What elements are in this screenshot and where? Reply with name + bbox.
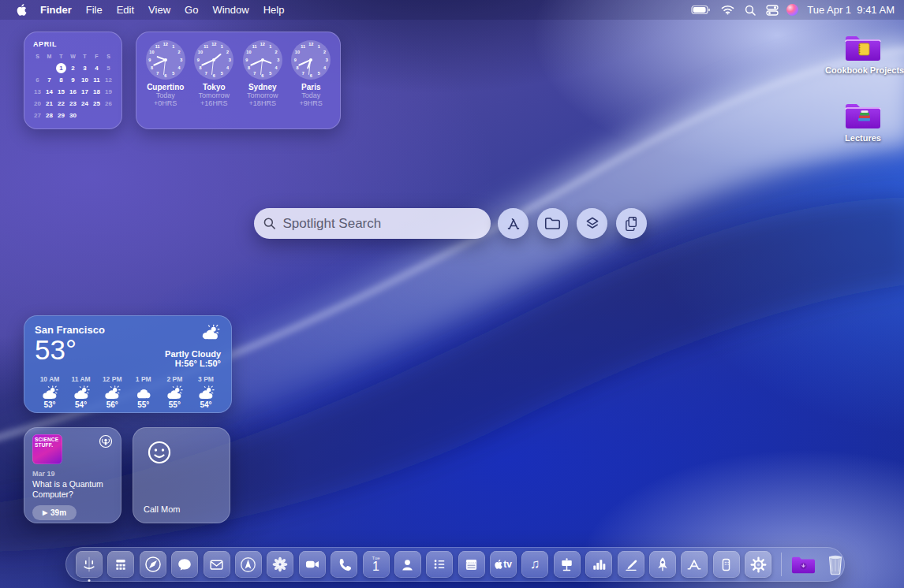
forecast-hour: 12 PM 56° xyxy=(97,375,127,409)
dock-reminders[interactable] xyxy=(426,551,453,578)
dock-notes[interactable] xyxy=(458,551,485,578)
control-center-icon[interactable] xyxy=(764,5,781,16)
calendar-day: 24 xyxy=(79,98,91,109)
dock-numbers[interactable] xyxy=(585,551,612,578)
clock-face-number: 5 xyxy=(318,71,320,76)
reminder-widget[interactable]: Call Mom xyxy=(133,427,230,523)
search-icon[interactable] xyxy=(742,5,758,16)
battery-icon[interactable] xyxy=(689,5,713,15)
spotlight-clipboard-button[interactable] xyxy=(616,208,647,239)
clock-face-number: 11 xyxy=(155,44,160,49)
menu-item-go[interactable]: Go xyxy=(177,4,205,16)
calendar-day: 19 xyxy=(103,86,114,97)
dock-mail[interactable] xyxy=(204,551,230,578)
calendar-weekday-header: T xyxy=(79,50,91,61)
calendar-weekday-header: F xyxy=(91,50,103,61)
menu-item-file[interactable]: File xyxy=(79,4,110,16)
dock-maps[interactable] xyxy=(235,551,262,578)
dock-app-store[interactable] xyxy=(681,551,708,578)
hourly-forecast: 10 AM 53° 11 AM 54° 12 PM 56° 1 PM 55° 2… xyxy=(35,375,221,409)
calendar-day: 22 xyxy=(55,98,67,109)
applications-icon xyxy=(506,216,521,232)
menu-item-view[interactable]: View xyxy=(141,4,177,16)
spotlight-files-button[interactable] xyxy=(537,208,568,239)
menu-bar: Finder File Edit View Go Window Help xyxy=(0,0,904,20)
podcast-widget[interactable]: SCIENCE STUFF. Mar 19 What is a Quantum … xyxy=(24,427,121,523)
dock-keynote[interactable] xyxy=(554,551,581,578)
dock-iphone-mirroring[interactable] xyxy=(713,551,740,578)
menu-item-window[interactable]: Window xyxy=(205,4,256,16)
calendar-day: 9 xyxy=(67,74,79,85)
dock-phone[interactable] xyxy=(331,551,357,578)
pen-icon xyxy=(622,555,641,574)
forecast-hour: 2 PM 55° xyxy=(159,375,189,409)
calendar-day: 25 xyxy=(91,98,103,109)
calendar-day: 13 xyxy=(32,86,43,97)
dock-system-settings[interactable] xyxy=(745,551,771,578)
world-clock-widget[interactable]: 121234567891011 Cupertino Today +0HRS 12… xyxy=(136,32,341,129)
desktop-folder-cookbook-projects[interactable]: Cookbook Projects xyxy=(825,32,901,75)
desktop-folder-lectures[interactable]: Lectures xyxy=(825,99,901,143)
wifi-icon[interactable] xyxy=(719,5,737,15)
dock-facetime[interactable] xyxy=(299,551,326,578)
calendar-day xyxy=(91,110,103,121)
bar-chart-icon xyxy=(589,555,608,574)
weather-widget[interactable]: San Francisco 53° Partly Cloudy H:56° L:… xyxy=(24,315,232,413)
menu-bar-clock[interactable]: Tue Apr 1 9:41 AM xyxy=(804,4,895,16)
dock-downloads-folder[interactable] xyxy=(790,551,817,578)
notes-paper-icon xyxy=(461,555,481,575)
clock-hub xyxy=(164,58,167,61)
dock-photos[interactable] xyxy=(267,551,293,578)
forecast-hour-label: 3 PM xyxy=(191,375,221,383)
spotlight-search-input[interactable] xyxy=(282,216,481,232)
calendar-widget[interactable]: APRIL SMTWTFS123456789101112131415161718… xyxy=(24,32,122,129)
dock-trash[interactable] xyxy=(822,551,849,578)
clock-face-number: 3 xyxy=(229,58,231,62)
dock-contacts[interactable] xyxy=(394,551,421,578)
clock-face-number: 10 xyxy=(295,50,300,54)
clock-face-number: 1 xyxy=(269,44,271,49)
spotlight-search-bar[interactable] xyxy=(254,208,491,239)
dock-launchpad[interactable] xyxy=(649,551,676,578)
siri-icon[interactable] xyxy=(786,4,798,16)
forecast-hour-temp: 55° xyxy=(129,400,159,409)
clock-face-number: 1 xyxy=(172,44,174,49)
dock-calendar[interactable]: Tue 1 xyxy=(363,551,390,578)
apple-menu[interactable] xyxy=(9,4,33,16)
clock-hub xyxy=(309,58,312,61)
podcast-duration: 39m xyxy=(50,508,66,517)
forecast-hour-temp: 54° xyxy=(191,400,221,409)
purple-folder-icon xyxy=(843,32,883,63)
dock-pages[interactable] xyxy=(618,551,644,578)
dock: Tue 1 xyxy=(65,547,845,582)
dock-messages[interactable] xyxy=(171,551,198,578)
apps-grid-icon xyxy=(111,555,130,574)
clock-face-number: 4 xyxy=(275,65,278,70)
partly-cloudy-icon xyxy=(40,385,59,400)
speech-bubble-icon xyxy=(175,555,194,574)
clock-face-number: 9 xyxy=(197,58,200,62)
podcast-play-button[interactable]: ▶ 39m xyxy=(32,505,77,520)
clipboard-icon xyxy=(624,216,639,232)
spotlight-apps-button[interactable] xyxy=(498,208,529,239)
phone-handset-icon xyxy=(334,555,353,574)
menu-item-finder[interactable]: Finder xyxy=(33,4,79,16)
dock-safari[interactable] xyxy=(140,551,166,578)
clock-face-number: 8 xyxy=(296,65,298,70)
dock-finder[interactable] xyxy=(76,551,103,578)
menu-item-edit[interactable]: Edit xyxy=(110,4,141,16)
calendar-day: 4 xyxy=(91,62,103,73)
partly-cloudy-icon xyxy=(196,385,215,400)
forecast-hour-label: 10 AM xyxy=(35,375,65,383)
dock-music[interactable]: ♫ xyxy=(521,551,548,578)
forecast-hour: 11 AM 54° xyxy=(66,375,96,409)
clock-face-number: 6 xyxy=(310,73,312,78)
menu-item-help[interactable]: Help xyxy=(256,4,292,16)
calendar-day xyxy=(43,62,55,73)
clock-face-number: 10 xyxy=(246,50,251,54)
clock-face-number: 12 xyxy=(260,42,265,47)
clock-face-number: 5 xyxy=(221,71,223,76)
dock-apps-grid[interactable] xyxy=(107,551,134,578)
spotlight-actions-button[interactable] xyxy=(577,208,607,239)
dock-apple-tv[interactable]: tv xyxy=(490,551,517,578)
